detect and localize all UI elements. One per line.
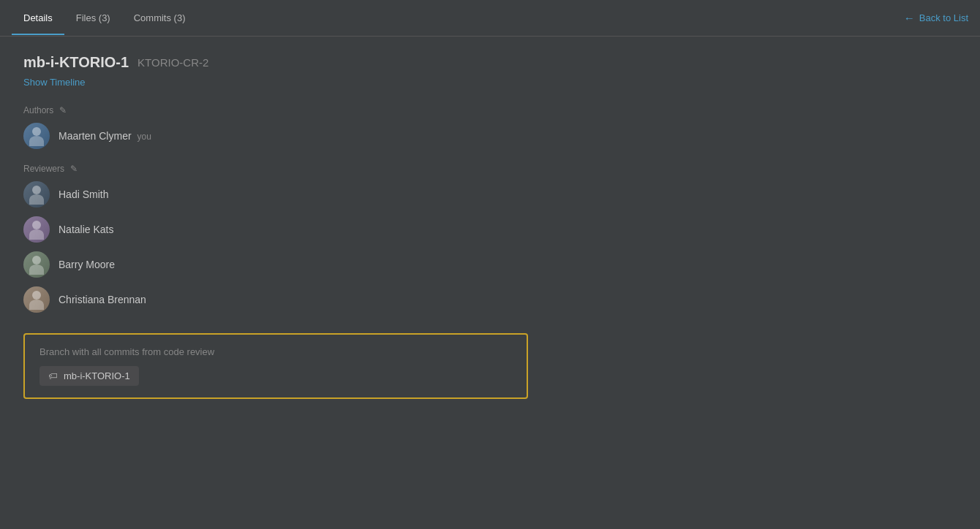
pr-subtitle: KTORIO-CR-2 (137, 56, 208, 69)
tab-files[interactable]: Files (3) (64, 2, 122, 35)
authors-label: Authors ✎ (23, 105, 957, 115)
reviewer-name: Christiana Brennan (59, 294, 146, 305)
tab-details[interactable]: Details (12, 2, 64, 35)
show-timeline-button[interactable]: Show Timeline (23, 77, 957, 88)
reviewer-natalie-kats: Natalie Kats (23, 216, 957, 243)
author-maarten-clymer: Maarten Clymer you (23, 123, 957, 149)
main-content: mb-i-KTORIO-1 KTORIO-CR-2 Show Timeline … (0, 37, 980, 416)
pr-id: mb-i-KTORIO-1 (23, 54, 129, 71)
branch-name: mb-i-KTORIO-1 (64, 370, 130, 381)
avatar (23, 286, 50, 313)
avatar (23, 181, 50, 208)
tab-commits[interactable]: Commits (3) (122, 2, 197, 35)
branch-box: Branch with all commits from code review… (23, 333, 528, 399)
reviewers-section: Reviewers ✎ Hadi Smith Natalie Kats Barr… (23, 164, 957, 313)
back-to-list-label: Back to List (919, 12, 968, 23)
reviewer-name: Barry Moore (59, 259, 115, 270)
branch-box-label: Branch with all commits from code review (39, 346, 512, 357)
title-section: mb-i-KTORIO-1 KTORIO-CR-2 Show Timeline (23, 54, 957, 88)
reviewer-name: Natalie Kats (59, 224, 113, 235)
pr-title-row: mb-i-KTORIO-1 KTORIO-CR-2 (23, 54, 957, 71)
reviewer-hadi-smith: Hadi Smith (23, 181, 957, 208)
you-badge: you (137, 132, 151, 142)
branch-tag[interactable]: 🏷 mb-i-KTORIO-1 (39, 366, 139, 386)
tag-icon: 🏷 (48, 370, 58, 381)
reviewers-label: Reviewers ✎ (23, 164, 957, 174)
reviewer-barry-moore: Barry Moore (23, 251, 957, 278)
avatar (23, 123, 50, 149)
back-to-list-button[interactable]: ← Back to List (904, 12, 968, 24)
avatar (23, 216, 50, 243)
reviewers-edit-icon[interactable]: ✎ (70, 164, 78, 174)
avatar (23, 251, 50, 278)
back-arrow-icon: ← (904, 12, 915, 24)
authors-edit-icon[interactable]: ✎ (59, 105, 67, 115)
tab-bar: Details Files (3) Commits (3) ← Back to … (0, 0, 980, 37)
author-name: Maarten Clymer you (59, 130, 151, 142)
reviewer-christiana-brennan: Christiana Brennan (23, 286, 957, 313)
reviewer-name: Hadi Smith (59, 189, 108, 200)
authors-section: Authors ✎ Maarten Clymer you (23, 105, 957, 149)
